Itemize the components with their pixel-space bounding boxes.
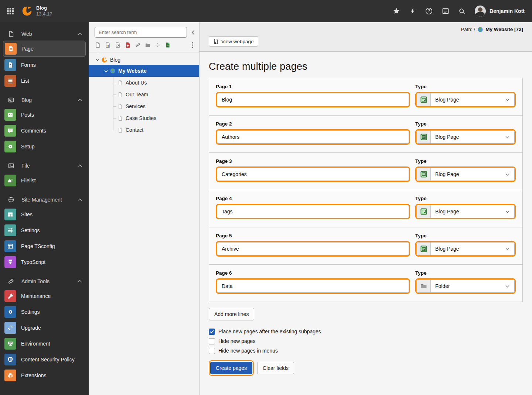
module-section-partial: System (0, 388, 89, 392)
star-icon[interactable] (393, 7, 400, 15)
checkbox-box[interactable] (209, 329, 215, 335)
module-section-blog: Blog Posts Comments Setup (0, 93, 89, 154)
sidebar-item-environment[interactable]: Environment (0, 336, 89, 351)
selected-type: Blog Page (431, 246, 505, 252)
image-outline-icon (8, 162, 14, 169)
tree-node-services[interactable]: Services (89, 100, 199, 112)
sidebar-item-content-security-policy[interactable]: Content Security Policy (0, 351, 89, 367)
tree-node-my-website[interactable]: My Website (89, 65, 199, 77)
page-type-select-5[interactable]: Blog Page (416, 242, 515, 255)
spacer-icon[interactable] (155, 42, 161, 48)
tree-node-label: Blog (110, 57, 120, 63)
page-title-input-4[interactable] (217, 205, 409, 218)
checkbox-hide-new-pages[interactable]: Hide new pages (209, 336, 523, 346)
sidebar-item-forms[interactable]: Forms (0, 57, 89, 73)
sidebar-item-comments[interactable]: Comments (0, 123, 89, 138)
sidebar-item-setup[interactable]: Setup (0, 138, 89, 154)
selected-type: Folder (431, 283, 505, 289)
tree-node-case-studies[interactable]: Case Studies (89, 112, 199, 124)
blog-page-icon (417, 168, 431, 181)
form-row-page-5: Page 5 Type (209, 227, 522, 265)
page-title-input-3[interactable] (217, 168, 409, 181)
sidebar-item-sites[interactable]: Sites (0, 206, 89, 222)
sidebar-item-filelist[interactable]: Filelist (0, 172, 89, 188)
section-header-blog[interactable]: Blog (0, 93, 89, 107)
chevron-down-icon[interactable] (104, 70, 108, 72)
changed-field-highlight (216, 129, 410, 145)
page-title-input-1[interactable] (217, 93, 409, 106)
folder-icon[interactable] (145, 42, 151, 48)
blog-page-icon (417, 131, 431, 143)
section-header-file[interactable]: File (0, 159, 89, 172)
section-header-web[interactable]: Web (0, 27, 89, 41)
page-title-input-5[interactable] (217, 242, 409, 255)
create-pages-button[interactable]: Create pages (210, 362, 252, 374)
link-icon[interactable] (135, 42, 141, 48)
more-menu-icon[interactable] (192, 42, 193, 48)
checkbox-hide-new-pages-in-menus[interactable]: Hide new pages in menus (209, 346, 523, 356)
bolt-icon[interactable] (409, 8, 416, 14)
collapse-tree-icon[interactable] (191, 30, 195, 35)
page-title-input-6[interactable] (217, 279, 409, 293)
page-type-select-4[interactable]: Blog Page (416, 205, 515, 218)
page-type-select-2[interactable]: Blog Page (416, 130, 515, 144)
page-type-select-6[interactable]: Folder (416, 279, 515, 293)
blog-page-icon (417, 243, 431, 255)
checkbox-box[interactable] (209, 338, 215, 344)
clear-fields-button[interactable]: Clear fields (257, 362, 294, 374)
sidebar-item-page[interactable]: Page (3, 41, 86, 57)
checkbox-box[interactable] (209, 348, 215, 354)
shortcut-page-icon[interactable] (115, 42, 121, 48)
sidebar-item-label: Upgrade (21, 325, 41, 331)
topbar: Blog 13.4.17 Benjamin Kott (0, 0, 532, 22)
tree-node-root[interactable]: Blog (89, 55, 199, 65)
bookmarks-icon[interactable] (442, 7, 449, 15)
path-current-page[interactable]: My Website [72] (485, 27, 523, 32)
module-menu-toggle-icon[interactable] (6, 7, 14, 15)
sidebar-item-admin-settings[interactable]: Settings (0, 304, 89, 320)
changed-field-highlight: Blog Page (415, 241, 516, 257)
new-page-icon[interactable] (95, 42, 101, 48)
page-type-select-1[interactable]: Blog Page (416, 93, 515, 106)
search-icon[interactable] (458, 8, 466, 15)
user-menu[interactable]: Benjamin Kott (475, 6, 525, 17)
sidebar-item-label: Page (21, 46, 34, 52)
page-icon (117, 80, 123, 86)
backend-section-page-icon[interactable] (105, 42, 111, 48)
chevron-up-icon (78, 164, 82, 167)
app-title: Blog (36, 5, 52, 11)
tree-search-input[interactable] (95, 27, 187, 38)
page-title-input-2[interactable] (217, 130, 409, 144)
sidebar-item-upgrade[interactable]: Upgrade (0, 320, 89, 336)
chevron-down-icon (505, 248, 509, 250)
section-header-system-partial[interactable]: System (0, 388, 89, 392)
selected-type: Blog Page (431, 97, 505, 103)
field-label: Page 5 (216, 233, 410, 238)
help-icon[interactable] (425, 7, 433, 15)
section-header-admin-tools[interactable]: Admin Tools (0, 275, 89, 288)
page-icon (117, 92, 123, 97)
form-actions: Create pages Clear fields (209, 360, 523, 376)
view-webpage-button[interactable]: View webpage (209, 36, 258, 47)
tree-node-about-us[interactable]: About Us (89, 77, 199, 89)
page-title: Create multiple pages (209, 61, 523, 72)
tree-node-contact[interactable]: Contact (89, 124, 199, 136)
sidebar-item-extensions[interactable]: Extensions (0, 367, 89, 383)
section-header-site-management[interactable]: Site Management (0, 193, 89, 206)
blog-doc-icon[interactable] (165, 42, 171, 48)
view-page-icon (213, 38, 219, 44)
tree-node-our-team[interactable]: Our Team (89, 89, 199, 100)
sidebar-item-site-settings[interactable]: Settings (0, 222, 89, 238)
sidebar-item-list[interactable]: List (0, 73, 89, 89)
add-more-lines-button[interactable]: Add more lines (209, 308, 254, 320)
mountpoint-page-icon[interactable] (125, 42, 131, 48)
sidebar-item-posts[interactable]: Posts (0, 107, 89, 123)
page-type-select-3[interactable]: Blog Page (416, 168, 515, 181)
sidebar-item-typoscript[interactable]: TypoScript (0, 254, 89, 270)
module-section-web: Web Page Forms List (0, 27, 89, 89)
sidebar-item-page-tsconfig[interactable]: Page TSconfig (0, 238, 89, 254)
chevron-down-icon[interactable] (96, 59, 99, 61)
globe-site-icon (477, 27, 483, 32)
sidebar-item-maintenance[interactable]: Maintenance (0, 288, 89, 304)
checkbox-place-after-subpages[interactable]: Place new pages after the existing subpa… (209, 327, 523, 336)
